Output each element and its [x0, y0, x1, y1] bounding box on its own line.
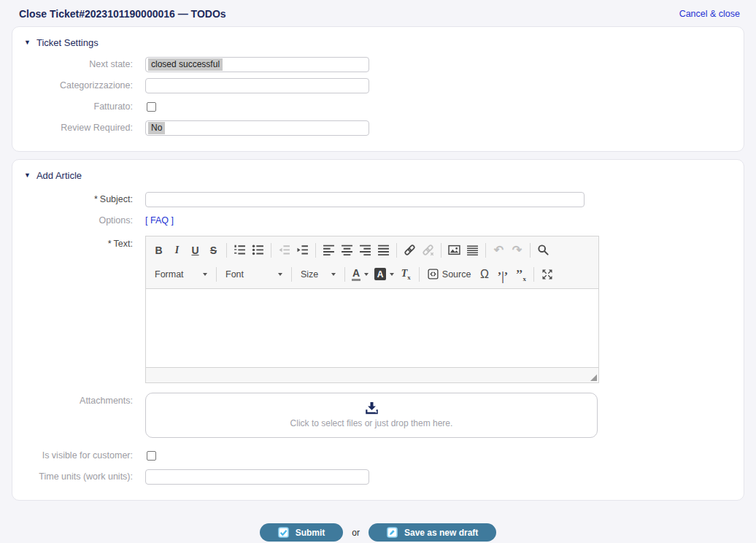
indent-icon: [296, 244, 309, 256]
strikethrough-button[interactable]: S: [204, 241, 223, 259]
maximize-icon: [541, 269, 553, 280]
special-char-button[interactable]: Ω: [475, 265, 493, 283]
editor-resize-handle[interactable]: [590, 374, 597, 381]
format-dropdown[interactable]: Format: [150, 265, 212, 283]
align-center-icon: [341, 244, 353, 256]
justify-button[interactable]: [374, 241, 393, 259]
dropzone-text: Click to select files or just drop them …: [290, 418, 453, 428]
underline-icon: U: [191, 245, 198, 255]
review-required-label: Review Required:: [12, 120, 145, 136]
align-right-button[interactable]: [356, 241, 374, 259]
upload-download-icon: [365, 402, 379, 415]
align-center-button[interactable]: [338, 241, 356, 259]
align-left-icon: [323, 244, 335, 256]
find-button[interactable]: [534, 241, 552, 259]
omega-icon: Ω: [480, 269, 489, 280]
add-article-header[interactable]: ▼ Add Article: [12, 166, 744, 184]
redo-button: ↷: [508, 241, 526, 259]
text-color-icon: A: [352, 268, 360, 281]
chevron-down-icon: [278, 273, 282, 276]
indent-button[interactable]: [293, 241, 312, 259]
check-square-icon: [278, 527, 289, 538]
chevron-down-icon: [390, 273, 394, 276]
search-icon: [537, 244, 549, 256]
toolbar-separator: [485, 243, 486, 258]
toolbar-separator: [441, 243, 441, 258]
required-marker: *: [108, 239, 112, 249]
page-header: Close Ticket#2023101190000016 — TODOs Ca…: [0, 0, 756, 26]
horizontal-rule-icon: [466, 244, 479, 256]
remove-format-icon: Tx: [401, 268, 411, 281]
horizontal-rule-button[interactable]: [463, 241, 482, 259]
add-article-title: Add Article: [36, 170, 82, 181]
categorization-input[interactable]: [145, 78, 369, 93]
subject-input[interactable]: [145, 192, 585, 207]
size-dropdown[interactable]: Size: [296, 265, 341, 283]
italic-icon: I: [175, 245, 179, 255]
fatturato-label: Fatturato:: [12, 99, 145, 115]
source-button-label: Source: [442, 269, 471, 280]
fatturato-checkbox[interactable]: [147, 102, 156, 112]
background-color-button[interactable]: A: [371, 265, 397, 283]
add-article-panel: ▼ Add Article *Subject: Options: [ FAQ ]…: [12, 159, 744, 501]
collapse-triangle-icon: ▼: [24, 39, 31, 46]
editor-bottom-bar: [146, 367, 598, 382]
subject-label: *Subject:: [12, 191, 145, 207]
maximize-button[interactable]: [538, 265, 556, 283]
save-draft-button[interactable]: Save as new draft: [369, 523, 496, 542]
rich-text-editor: B I U S: [145, 236, 599, 383]
unlink-icon: [422, 244, 434, 256]
toolbar-separator: [226, 243, 227, 258]
editor-content[interactable]: [146, 289, 598, 367]
toolbar-separator: [315, 243, 316, 258]
cancel-close-link[interactable]: Cancel & close: [679, 9, 740, 19]
chevron-down-icon: [364, 273, 369, 276]
image-button[interactable]: [445, 241, 463, 259]
italic-button[interactable]: I: [168, 241, 186, 259]
visible-for-customer-checkbox[interactable]: [147, 451, 156, 461]
toolbar-separator: [530, 243, 531, 258]
time-units-input[interactable]: [145, 469, 369, 485]
collapse-triangle-icon: ▼: [24, 172, 31, 179]
split-quote-icon: ’|’: [498, 269, 508, 280]
save-draft-button-label: Save as new draft: [404, 528, 478, 538]
time-units-label: Time units (work units):: [12, 469, 145, 485]
form-footer: Submit or Save as new draft: [0, 523, 756, 542]
align-left-button[interactable]: [320, 241, 338, 259]
image-icon: [448, 244, 460, 256]
faq-link[interactable]: [ FAQ ]: [145, 215, 174, 226]
toolbar-separator: [396, 243, 397, 258]
review-required-select[interactable]: No: [145, 120, 369, 136]
text-color-button[interactable]: A: [349, 265, 371, 283]
bold-button[interactable]: B: [150, 241, 168, 259]
justify-icon: [377, 244, 390, 256]
link-button[interactable]: [401, 241, 419, 259]
numbered-list-icon: [234, 244, 246, 256]
toolbar-row-2: Format Font Size A: [150, 262, 595, 286]
toolbar-separator: [344, 267, 345, 282]
numbered-list-button[interactable]: [231, 241, 249, 259]
attachments-dropzone[interactable]: Click to select files or just drop them …: [145, 393, 598, 438]
unlink-button: [419, 241, 437, 259]
submit-button[interactable]: Submit: [260, 523, 344, 542]
text-label: *Text:: [12, 236, 145, 252]
chevron-down-icon: [331, 273, 336, 276]
next-state-select[interactable]: closed successful: [145, 57, 369, 72]
review-required-value: No: [148, 122, 165, 134]
or-label: or: [352, 528, 360, 538]
bulleted-list-button[interactable]: [249, 241, 267, 259]
submit-button-label: Submit: [296, 528, 325, 538]
source-button[interactable]: Source: [423, 265, 476, 283]
ticket-settings-header[interactable]: ▼ Ticket Settings: [12, 33, 744, 51]
link-icon: [404, 244, 416, 256]
split-quote-button[interactable]: ’|’: [493, 265, 512, 283]
remove-quote-button[interactable]: ’’x: [512, 265, 530, 283]
categorization-label: Categorizzazione:: [12, 77, 145, 93]
underline-button[interactable]: U: [186, 241, 204, 259]
toolbar-row-1: B I U S: [150, 238, 595, 262]
strikethrough-icon: S: [210, 245, 217, 255]
font-dropdown[interactable]: Font: [220, 265, 288, 283]
ticket-settings-panel: ▼ Ticket Settings Next state: closed suc…: [12, 26, 744, 152]
align-right-icon: [359, 244, 371, 256]
remove-format-button[interactable]: Tx: [397, 265, 415, 283]
